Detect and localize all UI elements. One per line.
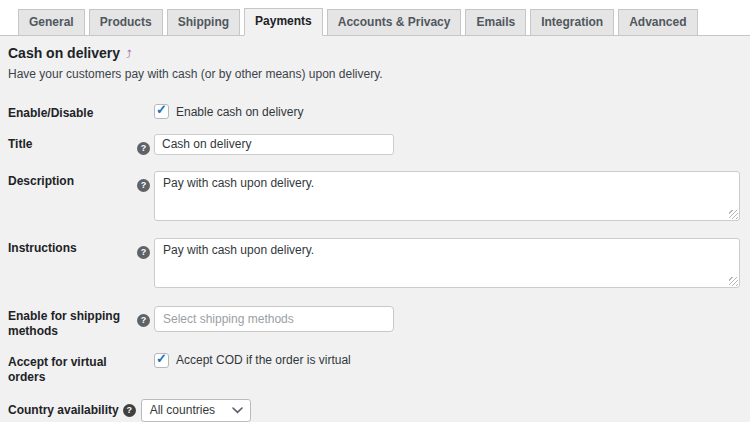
enable-cod-checkbox-label[interactable]: Enable cash on delivery [176, 105, 303, 119]
row-enable-disable: Enable/Disable ✓ Enable cash on delivery [8, 103, 738, 122]
resize-grip-icon[interactable] [729, 210, 738, 219]
enable-cod-checkbox[interactable]: ✓ [154, 104, 169, 119]
row-country-availability: Country availability ? All countries [8, 399, 738, 422]
gateway-description: Have your customers pay with cash (or by… [8, 67, 738, 81]
country-availability-label: Country availability [8, 403, 119, 419]
instructions-textarea[interactable]: Pay with cash upon delivery. [154, 238, 740, 288]
enable-disable-label: Enable/Disable [8, 103, 137, 122]
woocommerce-settings-page: GeneralProductsShippingPaymentsAccounts … [0, 0, 750, 422]
help-spacer [137, 103, 154, 106]
title-input[interactable] [154, 134, 394, 155]
shipping-methods-label: Enable for shipping methods [8, 306, 137, 340]
tab-emails[interactable]: Emails [465, 9, 526, 35]
virtual-orders-label: Accept for virtual orders [8, 352, 137, 386]
shipping-methods-input[interactable] [154, 306, 394, 332]
shipping-methods-help-icon[interactable]: ? [137, 314, 150, 327]
checkmark-icon: ✓ [156, 351, 167, 366]
instructions-help-icon[interactable]: ? [137, 246, 150, 259]
tab-shipping[interactable]: Shipping [167, 9, 240, 35]
instructions-label: Instructions [8, 238, 137, 257]
description-label: Description [8, 171, 137, 190]
description-help-icon[interactable]: ? [137, 179, 150, 192]
row-shipping-methods: Enable for shipping methods ? [8, 306, 738, 340]
tab-products[interactable]: Products [89, 9, 163, 35]
row-instructions: Instructions ? Pay with cash upon delive… [8, 238, 738, 288]
country-availability-help-icon[interactable]: ? [123, 404, 136, 417]
settings-tab-bar: GeneralProductsShippingPaymentsAccounts … [0, 0, 750, 36]
row-description: Description ? Pay with cash upon deliver… [8, 171, 738, 221]
page-title-text: Cash on delivery [8, 45, 120, 61]
tab-general[interactable]: General [18, 9, 85, 35]
description-textarea[interactable]: Pay with cash upon delivery. [154, 171, 740, 221]
row-virtual-orders: Accept for virtual orders ✓ Accept COD i… [8, 352, 738, 386]
title-label: Title [8, 134, 137, 153]
tab-accounts-privacy[interactable]: Accounts & Privacy [327, 9, 462, 35]
country-availability-selected-value: All countries [150, 403, 215, 417]
chevron-down-icon [232, 407, 243, 414]
page-title: Cash on delivery⤴ [8, 45, 738, 61]
tab-payments[interactable]: Payments [244, 8, 323, 36]
help-spacer [137, 352, 154, 355]
settings-content: Cash on delivery⤴ Have your customers pa… [0, 36, 750, 422]
checkmark-icon: ✓ [156, 102, 167, 117]
resize-grip-icon[interactable] [729, 277, 738, 286]
tab-advanced[interactable]: Advanced [618, 9, 697, 35]
accept-cod-virtual-checkbox[interactable]: ✓ [154, 353, 169, 368]
tab-integration[interactable]: Integration [530, 9, 614, 35]
title-help-icon[interactable]: ? [137, 142, 150, 155]
back-to-payments-icon[interactable]: ⤴ [126, 48, 132, 60]
row-title: Title ? [8, 134, 738, 155]
country-availability-select[interactable]: All countries [141, 399, 251, 422]
accept-cod-virtual-checkbox-label[interactable]: Accept COD if the order is virtual [176, 353, 351, 367]
